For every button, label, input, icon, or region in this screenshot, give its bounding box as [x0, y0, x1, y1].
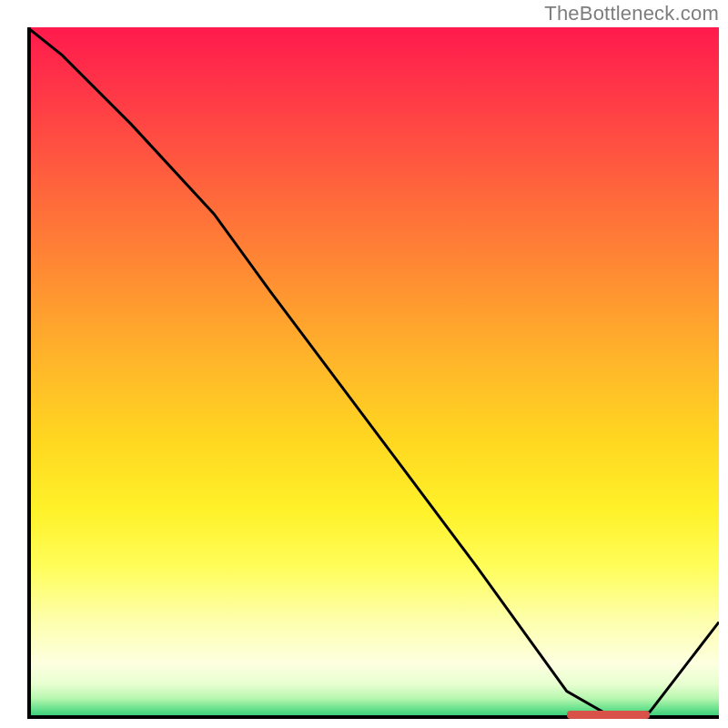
chart-line-path [27, 27, 719, 719]
attribution-text: TheBottleneck.com [544, 2, 719, 25]
chart-plot-area [27, 27, 719, 719]
chart-line [27, 27, 719, 719]
salmon-marker [567, 711, 650, 719]
